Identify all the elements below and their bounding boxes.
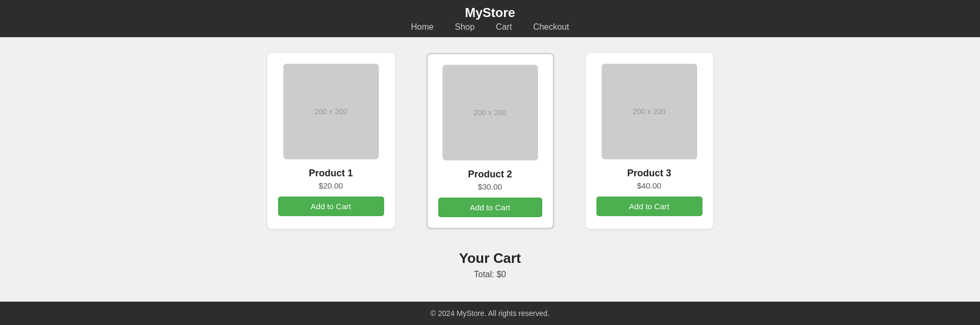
cart-title: Your Cart [53, 250, 927, 267]
products-grid: 200 x 200Product 1$20.00Add to Cart200 x… [53, 53, 927, 229]
product-price-product-2: $30.00 [438, 182, 542, 191]
product-name-product-3: Product 3 [596, 168, 703, 179]
product-name-product-1: Product 1 [278, 168, 384, 179]
site-footer: © 2024 MyStore. All rights reserved. [0, 302, 980, 325]
product-name-product-2: Product 2 [438, 169, 542, 180]
product-card-product-2: 200 x 200Product 2$30.00Add to Cart [427, 53, 554, 229]
product-card-product-1: 200 x 200Product 1$20.00Add to Cart [267, 53, 395, 229]
footer-text: © 2024 MyStore. All rights reserved. [430, 309, 549, 318]
product-image-product-3: 200 x 200 [602, 64, 697, 159]
site-title: MyStore [0, 5, 980, 20]
main-content: 200 x 200Product 1$20.00Add to Cart200 x… [0, 37, 980, 295]
cart-total: Total: $0 [53, 270, 927, 279]
nav-link-nav-cart[interactable]: Cart [496, 22, 512, 32]
product-card-product-3: 200 x 200Product 3$40.00Add to Cart [586, 53, 713, 229]
product-image-product-2: 200 x 200 [443, 65, 538, 160]
add-to-cart-button-product-2[interactable]: Add to Cart [438, 198, 542, 217]
cart-section: Your Cart Total: $0 [53, 250, 927, 279]
add-to-cart-button-product-1[interactable]: Add to Cart [278, 196, 384, 216]
product-price-product-3: $40.00 [596, 181, 703, 190]
nav-link-nav-home[interactable]: Home [411, 22, 434, 32]
product-price-product-1: $20.00 [278, 181, 384, 190]
add-to-cart-button-product-3[interactable]: Add to Cart [596, 196, 703, 216]
main-nav: HomeShopCartCheckout [0, 22, 980, 32]
product-image-product-1: 200 x 200 [283, 64, 379, 159]
nav-link-nav-checkout[interactable]: Checkout [533, 22, 569, 32]
site-header: MyStore HomeShopCartCheckout [0, 0, 980, 37]
nav-link-nav-shop[interactable]: Shop [455, 22, 474, 32]
